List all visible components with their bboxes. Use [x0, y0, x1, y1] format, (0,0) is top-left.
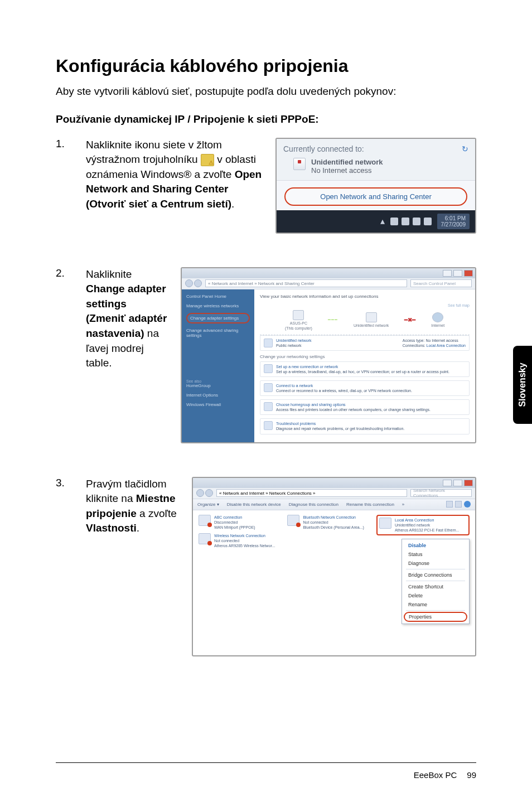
- view-basic-info-label: View your basic network information and …: [260, 294, 470, 299]
- conn-device: Bluetooth Device (Personal Area...): [303, 525, 364, 530]
- active-net-name[interactable]: Unidentified network: [276, 339, 311, 342]
- separator: [406, 610, 465, 611]
- pc-node: ASUS-PC (This computer): [285, 310, 312, 330]
- open-network-center-link[interactable]: Open Network and Sharing Center: [284, 187, 467, 206]
- connection-line: ━━━: [328, 317, 338, 322]
- tile-title[interactable]: Choose homegroup and sharing options: [276, 403, 346, 407]
- ctx-shortcut[interactable]: Create Shortcut: [404, 582, 467, 591]
- refresh-icon[interactable]: ↻: [462, 144, 468, 153]
- search-input[interactable]: Search Control Panel: [410, 279, 472, 287]
- setup-connection-icon: [264, 364, 273, 373]
- show-hidden-icon[interactable]: ▴: [380, 216, 385, 226]
- conn-status: Disconnected: [214, 520, 255, 525]
- step-text: Nakliknite ikonu siete v žltom výstražno…: [86, 138, 263, 234]
- conn-device: WAN Miniport (PPPOE): [214, 525, 255, 530]
- pc-sub: (This computer): [285, 326, 312, 330]
- disable-device-button[interactable]: Disable this network device: [227, 502, 281, 507]
- connection-wireless[interactable]: Wireless Network ConnectionNot connected…: [199, 533, 280, 548]
- sidebar-item-firewall[interactable]: Windows Firewall: [186, 402, 250, 407]
- network-icon[interactable]: [413, 218, 420, 225]
- network-status-icon: [293, 158, 306, 170]
- address-bar[interactable]: « Network and Internet » Network Connect…: [216, 489, 407, 497]
- context-menu: Disable Status Diagnose Bridge Connectio…: [402, 539, 470, 624]
- clock[interactable]: 6:01 PM 7/27/2009: [437, 214, 470, 229]
- forward-button[interactable]: [194, 279, 202, 287]
- connections-label: Connections:: [403, 344, 425, 347]
- access-type-value: No Internet access: [425, 339, 458, 342]
- time-text: 6:01 PM: [441, 215, 466, 221]
- see-full-map-link[interactable]: See full map: [448, 303, 470, 307]
- text: Nakliknite: [86, 268, 132, 280]
- conn-status: Not connected: [214, 538, 275, 543]
- conn-status: Not connected: [303, 520, 364, 525]
- tile-title[interactable]: Set up a new connection or network: [276, 365, 338, 369]
- view-icon[interactable]: [446, 501, 453, 508]
- text: a zvoľte: [139, 508, 177, 519]
- sidebar-item-homegroup[interactable]: HomeGroup: [186, 383, 250, 388]
- ctx-rename[interactable]: Rename: [404, 600, 467, 609]
- text-bold: Vlastnosti: [86, 522, 137, 534]
- screenshot-network-connections: « Network and Internet » Network Connect…: [192, 477, 476, 656]
- network-tray-icon: [201, 154, 214, 166]
- ctx-disable[interactable]: Disable: [404, 541, 467, 550]
- conn-name: ABC connection: [214, 515, 255, 520]
- search-input[interactable]: Search Network Connections: [410, 489, 472, 497]
- minimize-button[interactable]: [443, 480, 452, 486]
- screenshot-network-center: « Network and Internet » Network and Sha…: [181, 267, 476, 443]
- sidebar-item-home[interactable]: Control Panel Home: [186, 294, 250, 299]
- step-2: 2. Nakliknite Change adapter settings (Z…: [56, 267, 476, 443]
- minimize-button[interactable]: [443, 270, 452, 277]
- organize-menu[interactable]: Organize ▾: [197, 502, 219, 507]
- help-icon[interactable]: [464, 501, 471, 508]
- sidebar-item-wireless[interactable]: Manage wireless networks: [186, 303, 250, 308]
- maximize-button[interactable]: [453, 480, 462, 486]
- active-net-type: Public network: [276, 344, 302, 347]
- pc-name: ASUS-PC: [290, 321, 307, 325]
- close-button[interactable]: [464, 480, 473, 486]
- sidebar-item-adapter-settings[interactable]: Change adapter settings: [186, 313, 250, 323]
- back-button[interactable]: [185, 279, 193, 287]
- connections-value[interactable]: Local Area Connection: [427, 344, 466, 347]
- intro-paragraph: Aby ste vytvorili káblovú sieť, postupuj…: [56, 84, 476, 99]
- ctx-properties[interactable]: Properties: [404, 612, 467, 622]
- sidebar-item-internet-options[interactable]: Internet Options: [186, 393, 250, 398]
- conn-device: Atheros AR9285 Wireless Networ...: [214, 543, 275, 548]
- more-toolbar[interactable]: »: [402, 502, 404, 507]
- forward-button[interactable]: [205, 489, 213, 497]
- flag-icon[interactable]: [390, 218, 398, 225]
- footer-rule: [56, 762, 476, 763]
- ctx-diagnose[interactable]: Diagnose: [404, 559, 467, 568]
- section-title: Používanie dynamickej IP / Pripojenie k …: [56, 113, 476, 125]
- tile-title[interactable]: Connect to a network: [276, 384, 313, 388]
- sidebar: Control Panel Home Manage wireless netwo…: [182, 289, 254, 442]
- connection-bluetooth[interactable]: Bluetooth Network ConnectionNot connecte…: [287, 515, 369, 530]
- network-type-icon: [264, 339, 273, 347]
- access-type-label: Access type:: [403, 339, 425, 342]
- page-number: 99: [467, 770, 476, 780]
- troubleshoot-icon: [264, 421, 273, 430]
- search-placeholder: Search Network Connections: [413, 488, 469, 498]
- diagnose-button[interactable]: Diagnose this connection: [289, 502, 338, 507]
- sidebar-item-advanced-sharing[interactable]: Change advanced sharing settings: [186, 328, 250, 338]
- connection-icon: [379, 518, 391, 529]
- maximize-button[interactable]: [453, 270, 462, 277]
- close-button[interactable]: [464, 270, 473, 277]
- ctx-delete[interactable]: Delete: [404, 591, 467, 600]
- conn-name: Local Area Connection: [395, 518, 460, 523]
- back-button[interactable]: [196, 489, 204, 497]
- conn-name: Bluetooth Network Connection: [303, 515, 364, 520]
- ctx-bridge[interactable]: Bridge Connections: [404, 571, 467, 579]
- tile-title[interactable]: Troubleshoot problems: [276, 422, 316, 426]
- connect-network-icon: [264, 383, 273, 392]
- conn-device: Atheros AR8132 PCI-E Fast Ethern...: [395, 528, 460, 533]
- ctx-status[interactable]: Status: [404, 550, 467, 559]
- volume-icon[interactable]: [424, 218, 432, 225]
- connection-local-area[interactable]: Local Area ConnectionUnidentified networ…: [376, 515, 470, 535]
- rename-button[interactable]: Rename this connection: [346, 502, 394, 507]
- network-name: Unidentified network: [354, 323, 389, 327]
- tile-desc: Connect or reconnect to a wireless, wire…: [276, 389, 412, 393]
- address-bar[interactable]: « Network and Internet » Network and Sha…: [205, 279, 407, 287]
- connection-abc[interactable]: ABC connectionDisconnectedWAN Miniport (…: [199, 515, 280, 530]
- view-icon[interactable]: [455, 501, 462, 508]
- action-center-icon[interactable]: [402, 218, 409, 225]
